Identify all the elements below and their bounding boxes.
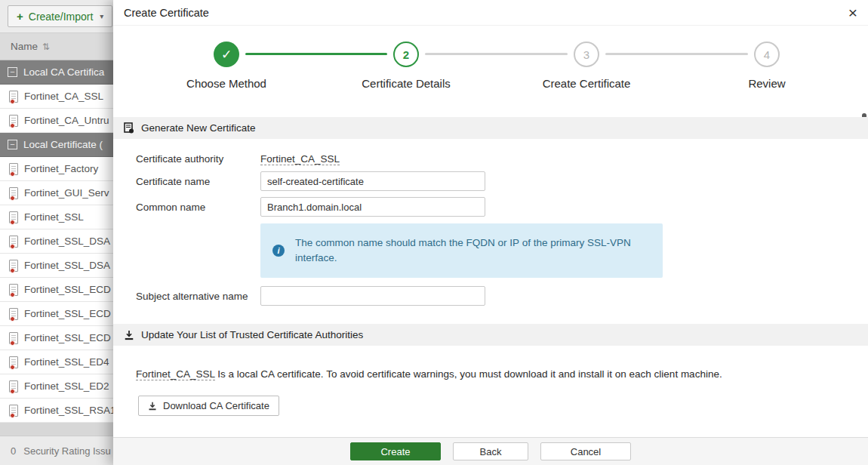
row-label: Fortinet_SSL_ED4	[24, 356, 109, 368]
step-3-label: Create Certificate	[503, 77, 669, 90]
certificate-icon	[9, 380, 18, 393]
row-label: Fortinet_CA_Untru	[24, 115, 109, 126]
step-connector	[605, 53, 748, 55]
certificate-icon	[9, 211, 18, 223]
step-4-number: 4	[764, 48, 770, 61]
certificate-icon	[9, 236, 18, 248]
download-description: Fortinet_CA_SSL Is a local CA certificat…	[136, 368, 845, 380]
collapse-icon[interactable]: −	[8, 67, 17, 77]
certificate-icon	[9, 115, 18, 127]
info-message: The common name should match the FQDN or…	[295, 236, 651, 265]
create-import-button[interactable]: + Create/Import ▾	[8, 5, 112, 27]
wizard-stepper: ✓ 2 3 4 Choose Method Certificate Detail…	[113, 30, 868, 100]
row-label: Fortinet_SSL_ECD	[24, 308, 111, 319]
ca-name-term[interactable]: Fortinet_CA_SSL	[136, 368, 215, 380]
create-button[interactable]: Create	[350, 442, 441, 460]
step-2-circle: 2	[393, 42, 419, 67]
generate-section-title: Generate New Certificate	[141, 122, 256, 134]
modal-header: Create Certificate ×	[113, 0, 868, 26]
step-3-circle: 3	[574, 42, 599, 67]
update-section-header: Update Your List of Trusted Certificate …	[113, 324, 868, 346]
modal-footer: Create Back Cancel	[113, 437, 868, 465]
info-icon: i	[272, 245, 285, 257]
certificate-icon	[9, 356, 18, 368]
certificate-icon	[9, 308, 18, 320]
certificate-icon	[9, 332, 18, 344]
download-section-icon	[124, 330, 134, 340]
group-row-label: Local Certificate (	[23, 139, 103, 150]
certificate-authority-label: Certificate authority	[136, 153, 223, 165]
row-label: Fortinet_CA_SSL	[24, 91, 103, 102]
certificate-authority-value[interactable]: Fortinet_CA_SSL	[260, 153, 340, 165]
certificate-name-input[interactable]	[260, 171, 485, 191]
step-3-number: 3	[583, 48, 589, 61]
subject-alternative-name-input[interactable]	[260, 286, 485, 306]
plus-icon: +	[17, 10, 23, 23]
back-button[interactable]: Back	[453, 442, 528, 460]
name-header-label: Name	[11, 41, 38, 52]
create-certificate-modal: Create Certificate × ✓ 2 3 4 Choose Meth…	[113, 0, 868, 465]
row-label: Fortinet_SSL_ED2	[24, 380, 109, 392]
certificate-section-icon	[124, 122, 134, 134]
modal-title: Create Certificate	[124, 7, 209, 19]
status-count: 0	[11, 445, 16, 457]
close-icon[interactable]: ×	[848, 5, 857, 20]
check-icon: ✓	[221, 47, 232, 63]
cancel-button[interactable]: Cancel	[540, 442, 631, 460]
update-section-title: Update Your List of Trusted Certificate …	[141, 329, 363, 340]
subject-alternative-name-label: Subject alternative name	[136, 291, 248, 302]
common-name-label: Common name	[136, 202, 205, 213]
step-1-label: Choose Method	[143, 77, 309, 90]
step-4-label: Review	[684, 77, 850, 90]
certificate-name-label: Certificate name	[136, 176, 210, 187]
row-label: Fortinet_SSL_ECD	[24, 332, 111, 343]
row-label: Fortinet_SSL_ECD	[24, 284, 111, 295]
step-4-circle: 4	[754, 42, 780, 67]
certificate-icon	[9, 91, 18, 103]
common-name-input[interactable]	[260, 197, 485, 217]
generate-section-header: Generate New Certificate	[113, 117, 868, 139]
create-import-label: Create/Import	[29, 11, 94, 23]
step-2-label: Certificate Details	[323, 77, 489, 90]
certificate-icon	[9, 284, 18, 296]
step-connector-done	[245, 53, 387, 55]
download-ca-certificate-button[interactable]: Download CA Certificate	[138, 396, 279, 416]
download-button-label: Download CA Certificate	[163, 400, 269, 411]
row-label: Fortinet_Factory	[24, 163, 98, 174]
certificate-icon	[9, 405, 18, 417]
chevron-down-icon: ▾	[100, 12, 103, 20]
group-row-label: Local CA Certifica	[23, 66, 104, 78]
certificate-icon	[9, 260, 18, 272]
common-name-info-box: i The common name should match the FQDN …	[260, 223, 663, 278]
row-label: Fortinet_SSL_RSA1	[24, 405, 116, 416]
step-1-circle: ✓	[214, 42, 239, 67]
status-label: Security Rating Issu	[23, 445, 111, 457]
sort-icon: ⇅	[42, 42, 50, 52]
row-label: Fortinet_SSL	[24, 211, 84, 223]
step-connector	[425, 53, 568, 55]
row-label: Fortinet_GUI_Serv	[24, 187, 109, 199]
certificate-icon	[9, 187, 18, 199]
download-icon	[148, 402, 157, 411]
row-label: Fortinet_SSL_DSA	[24, 236, 110, 247]
certificate-icon	[9, 163, 18, 175]
step-2-number: 2	[403, 48, 409, 61]
row-label: Fortinet_SSL_DSA	[24, 260, 110, 271]
collapse-icon[interactable]: −	[8, 140, 17, 149]
